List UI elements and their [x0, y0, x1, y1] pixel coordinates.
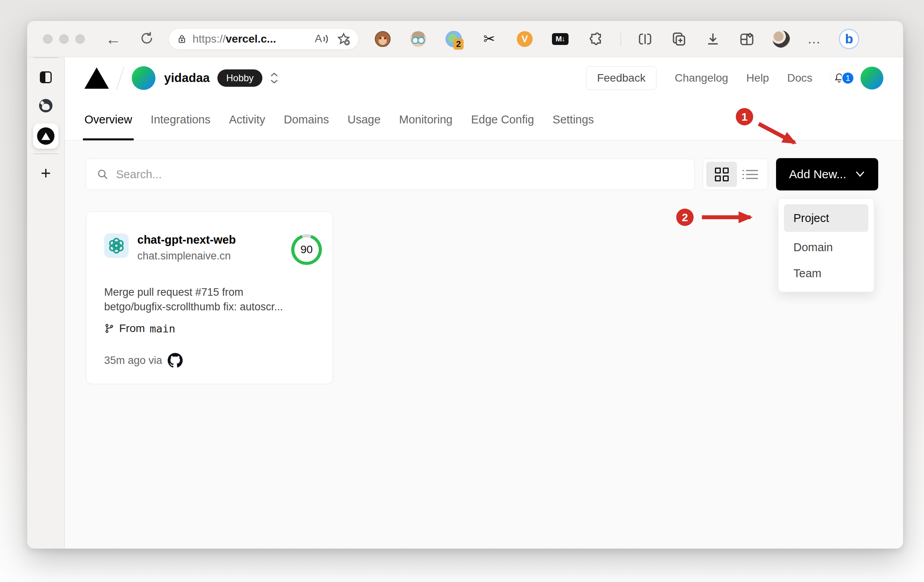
- avatar-extension-icon[interactable]: [410, 31, 426, 47]
- score-value: 90: [300, 243, 312, 256]
- url-text: https://vercel.c...: [193, 33, 315, 45]
- help-link[interactable]: Help: [746, 72, 769, 84]
- list-icon: [746, 170, 758, 179]
- workspaces-icon[interactable]: [739, 31, 755, 47]
- tab-usage[interactable]: Usage: [348, 99, 381, 140]
- markdown-extension-icon[interactable]: M↓: [552, 31, 569, 47]
- branch-prefix: From: [119, 322, 145, 335]
- add-new-dropdown: Project Domain Team: [778, 198, 874, 292]
- minimize-window-button[interactable]: [59, 34, 69, 44]
- user-avatar[interactable]: [860, 67, 883, 90]
- tab-settings[interactable]: Settings: [553, 99, 594, 140]
- changelog-link[interactable]: Changelog: [675, 72, 728, 84]
- tab-domains[interactable]: Domains: [284, 99, 329, 140]
- tab-count-badge: 2: [453, 39, 464, 50]
- docs-link[interactable]: Docs: [787, 72, 812, 84]
- browser-tools-row: … b: [637, 29, 859, 49]
- vercel-page: yidadaa Hobby Feedback Changelog Help Do…: [65, 57, 903, 548]
- browser-menu-icon[interactable]: …: [807, 31, 821, 47]
- notifications-button[interactable]: 1: [830, 69, 849, 88]
- new-tab-icon[interactable]: +: [41, 164, 51, 182]
- add-favorite-icon[interactable]: [336, 32, 351, 47]
- dropdown-item-domain[interactable]: Domain: [784, 234, 868, 260]
- project-name[interactable]: chat-gpt-next-web: [137, 233, 236, 246]
- lock-icon: [177, 34, 187, 45]
- dropdown-item-team[interactable]: Team: [784, 260, 868, 286]
- back-icon[interactable]: ←: [105, 31, 121, 47]
- add-new-button[interactable]: Add New...: [776, 158, 878, 190]
- branch-row: From main: [104, 322, 316, 335]
- grid-icon: [715, 168, 729, 181]
- dashboard-content: Add New...: [65, 140, 903, 548]
- chevron-down-icon: [855, 171, 865, 178]
- project-card-head: chat-gpt-next-web chat.simplenaive.cn 90: [104, 233, 316, 262]
- toolbar-divider: [621, 32, 621, 46]
- split-screen-icon[interactable]: [637, 31, 653, 47]
- bing-chat-icon[interactable]: b: [839, 29, 859, 49]
- v-extension-icon[interactable]: V: [516, 31, 533, 47]
- project-card[interactable]: chat-gpt-next-web chat.simplenaive.cn 90…: [86, 211, 333, 384]
- search-box[interactable]: [86, 159, 695, 190]
- openai-project-icon: [104, 233, 129, 258]
- plan-badge: Hobby: [217, 69, 262, 87]
- controls-row: Add New...: [86, 158, 878, 190]
- team-switcher-icon[interactable]: [269, 72, 279, 84]
- vercel-icon: [37, 127, 54, 145]
- browser-toolbar: ← https://vercel.c... A: [27, 21, 903, 57]
- close-window-button[interactable]: [43, 34, 52, 44]
- project-domain[interactable]: chat.simplenaive.cn: [137, 250, 236, 262]
- github-pinned-site-icon[interactable]: [39, 99, 52, 112]
- notification-count-badge: 1: [841, 71, 855, 85]
- read-aloud-icon[interactable]: A: [315, 32, 330, 46]
- tab-group-extension-icon[interactable]: 2: [445, 31, 462, 47]
- feedback-button[interactable]: Feedback: [586, 66, 657, 90]
- browser-window: ← https://vercel.c... A: [27, 21, 903, 549]
- deploy-meta: 35m ago via: [104, 353, 316, 368]
- extensions-puzzle-icon[interactable]: [587, 31, 604, 47]
- vercel-active-tab[interactable]: [33, 123, 58, 149]
- tab-activity[interactable]: Activity: [229, 99, 265, 140]
- vercel-header: yidadaa Hobby Feedback Changelog Help Do…: [65, 57, 903, 99]
- tampermonkey-extension-icon[interactable]: [374, 31, 391, 47]
- browser-profile-avatar[interactable]: [772, 30, 790, 48]
- search-input[interactable]: [116, 168, 684, 181]
- dropdown-item-project[interactable]: Project: [784, 204, 868, 232]
- browser-side-rail: +: [27, 57, 65, 548]
- rail-divider-top: [34, 57, 58, 58]
- commit-message: Merge pull request #715 from betgo/bugfi…: [104, 285, 316, 314]
- search-icon: [96, 168, 109, 181]
- tab-monitoring[interactable]: Monitoring: [399, 99, 453, 140]
- vercel-logo[interactable]: [84, 67, 109, 89]
- sidebar-toggle-icon[interactable]: [40, 71, 52, 83]
- github-icon: [168, 353, 183, 368]
- extensions-row: 2 ✂ V M↓: [374, 31, 604, 47]
- tab-overview[interactable]: Overview: [84, 99, 132, 140]
- score-ring: 90: [291, 234, 322, 265]
- traffic-lights: [43, 34, 85, 44]
- scissors-extension-icon[interactable]: ✂: [481, 31, 498, 47]
- branch-name: main: [150, 323, 175, 335]
- rail-divider-bottom: [34, 153, 58, 154]
- zoom-window-button[interactable]: [75, 34, 85, 44]
- git-branch-icon: [104, 323, 114, 334]
- view-toggle: [703, 159, 768, 190]
- downloads-icon[interactable]: [705, 31, 721, 47]
- team-avatar[interactable]: [132, 66, 155, 90]
- grid-view-button[interactable]: [706, 162, 737, 187]
- header-right: Feedback Changelog Help Docs 1: [586, 66, 883, 90]
- collections-icon[interactable]: [671, 31, 687, 47]
- list-view-button[interactable]: [739, 162, 765, 187]
- tab-integrations[interactable]: Integrations: [151, 99, 211, 140]
- reload-icon[interactable]: [139, 31, 154, 47]
- dashboard-tabs: Overview Integrations Activity Domains U…: [65, 99, 903, 140]
- tab-edge-config[interactable]: Edge Config: [471, 99, 534, 140]
- breadcrumb-slash: [116, 66, 124, 90]
- team-name[interactable]: yidadaa: [164, 71, 209, 85]
- address-bar[interactable]: https://vercel.c... A: [168, 28, 359, 50]
